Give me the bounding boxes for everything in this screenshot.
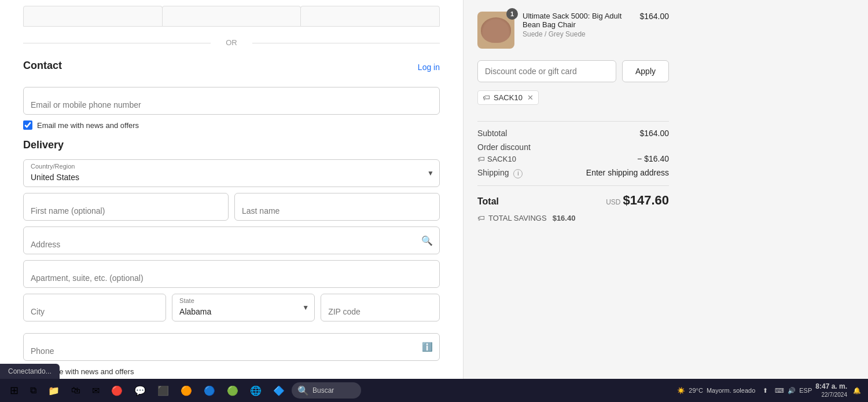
breadcrumb-tab-2[interactable]: [162, 6, 301, 27]
apply-button[interactable]: Apply: [622, 60, 669, 82]
email-checkbox-row: Email me with news and offers: [23, 120, 440, 130]
product-image-wrap: 1: [477, 12, 514, 49]
volume-icon: 🔊: [788, 387, 796, 394]
first-name-input[interactable]: [23, 193, 229, 221]
taskbar-right: ☀️ 29°C Mayorm. soleado ⬆ ⌨ 🔊 ESP 8:47 a…: [677, 382, 863, 399]
checkout-form: OR Contact Log in Email me with news and…: [0, 0, 463, 379]
app5-icon: 🔴: [111, 385, 123, 396]
product-variant: Suede / Grey Suede: [523, 30, 631, 38]
total-currency: USD: [606, 198, 620, 206]
lang-label: ESP: [799, 387, 812, 394]
discount-code-input[interactable]: [477, 60, 616, 82]
task-view-icon: ⧉: [30, 385, 36, 396]
tag-icon: 🏷: [483, 93, 490, 102]
delivery-title: Delivery: [23, 139, 440, 151]
shipping-row: Shipping i Enter shipping address: [477, 168, 669, 178]
date-display: 22/7/2024: [815, 391, 847, 399]
coupon-remove-button[interactable]: ✕: [527, 93, 534, 102]
weather-temp: 29°C: [689, 387, 703, 394]
product-info: Ultimate Sack 5000: Big Adult Bean Bag C…: [523, 12, 631, 38]
app12-icon: 🔷: [273, 385, 285, 396]
email-checkbox[interactable]: [23, 120, 32, 130]
apartment-field-wrapper: [23, 260, 440, 288]
bean-bag-image: [481, 17, 511, 43]
savings-tag-icon: 🏷: [477, 214, 485, 222]
app10-icon: 🟢: [227, 385, 238, 396]
breadcrumb-tab-1[interactable]: [23, 6, 163, 27]
savings-row: 🏷 TOTAL SAVINGS $16.40: [477, 214, 669, 222]
subtotal-value: $164.00: [639, 129, 669, 138]
info-icon: ℹ️: [422, 342, 433, 352]
shipping-value: Enter shipping address: [586, 168, 669, 178]
windows-icon: ⊞: [10, 384, 19, 397]
taskbar: ⊞ ⧉ 📁 🛍 ✉ 🔴 💬 ⬛ 🟠 🔵 🟢 🌐 🔷 🔍 Buscar ☀️ 29…: [0, 379, 868, 402]
country-select-wrapper: United States ▼: [23, 159, 440, 187]
zip-wrapper: [321, 294, 440, 321]
app7-button[interactable]: ⬛: [153, 382, 174, 399]
last-name-input[interactable]: [234, 193, 440, 221]
app8-icon: 🟠: [181, 385, 192, 396]
last-name-wrapper: [234, 193, 440, 221]
zip-input[interactable]: [321, 294, 440, 321]
taskbar-search-text: Buscar: [312, 386, 334, 394]
product-price: $164.00: [639, 12, 669, 21]
file-explorer-button[interactable]: 📁: [43, 382, 64, 399]
start-button[interactable]: ⊞: [5, 382, 23, 399]
coupon-tag-wrapper: 🏷 SACK10 ✕: [477, 90, 669, 114]
browser-button[interactable]: 🌐: [245, 382, 266, 399]
text-checkbox-row: Text me with news and offers: [23, 367, 440, 376]
taskbar-search-bar[interactable]: 🔍 Buscar: [292, 382, 361, 399]
savings-value: $16.40: [553, 214, 576, 222]
notification-button[interactable]: 🔔: [851, 384, 863, 397]
whatsapp-button[interactable]: 💬: [130, 382, 150, 399]
tag-small-icon: 🏷: [477, 155, 485, 163]
app9-button[interactable]: 🔵: [199, 382, 220, 399]
folder-icon: 📁: [48, 385, 60, 396]
contact-title: Contact: [23, 60, 62, 72]
mail-button[interactable]: ✉: [87, 382, 104, 399]
contact-header: Contact Log in: [23, 54, 440, 80]
order-discount-label: Order discount: [477, 142, 531, 152]
sack-discount-row: 🏷 SACK10 − $16.40: [477, 154, 669, 163]
store-icon: 🛍: [71, 385, 80, 396]
shipping-info-icon[interactable]: i: [513, 169, 523, 178]
subtotal-label: Subtotal: [477, 129, 507, 138]
coupon-code-text: SACK10: [494, 93, 523, 102]
address-input[interactable]: [23, 226, 440, 254]
city-state-zip-row: State Alabama Alaska Arizona ▼: [23, 294, 440, 327]
shipping-label: Shipping i: [477, 168, 523, 178]
email-input[interactable]: [23, 87, 440, 115]
name-row: [23, 193, 440, 221]
breadcrumb-tab-3[interactable]: [300, 6, 440, 27]
state-select-wrapper: Alabama Alaska Arizona ▼: [172, 294, 315, 321]
divider-2: [477, 185, 669, 186]
product-row: 1 Ultimate Sack 5000: Big Adult Bean Bag…: [477, 12, 669, 49]
taskbar-notify[interactable]: ⬆: [759, 384, 771, 397]
app5-button[interactable]: 🔴: [106, 382, 127, 399]
discount-row: Apply: [477, 60, 669, 82]
whatsapp-icon: 💬: [134, 385, 146, 396]
task-view-button[interactable]: ⧉: [25, 382, 41, 399]
app12-button[interactable]: 🔷: [269, 382, 289, 399]
product-quantity-badge: 1: [506, 8, 518, 20]
country-field-wrapper: Country/Region United States ▼: [23, 159, 440, 187]
app8-button[interactable]: 🟠: [176, 382, 197, 399]
apartment-input[interactable]: [23, 260, 440, 288]
divider-1: [477, 121, 669, 122]
city-input[interactable]: [23, 294, 166, 321]
browser-icon: 🌐: [250, 385, 262, 396]
log-in-link[interactable]: Log in: [418, 63, 440, 72]
phone-field-wrapper: ℹ️: [23, 333, 440, 361]
mail-icon: ✉: [92, 385, 100, 396]
subtotal-row: Subtotal $164.00: [477, 129, 669, 138]
search-icon-taskbar: 🔍: [297, 385, 309, 396]
state-select[interactable]: Alabama Alaska Arizona: [172, 294, 315, 321]
store-button[interactable]: 🛍: [67, 382, 85, 399]
country-select[interactable]: United States: [23, 159, 440, 187]
or-divider: OR: [23, 38, 440, 47]
phone-input[interactable]: [23, 333, 440, 361]
time-display: 8:47 a. m.: [815, 382, 847, 392]
app10-button[interactable]: 🟢: [222, 382, 243, 399]
total-row: Total USD $147.60: [477, 193, 669, 208]
search-icon: 🔍: [421, 235, 433, 246]
